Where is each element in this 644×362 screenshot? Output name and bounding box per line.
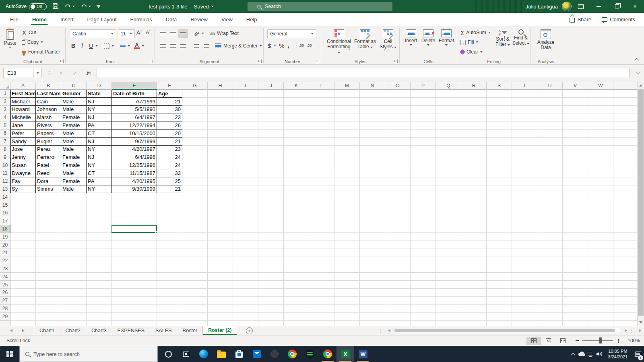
column-header-D[interactable]: D — [87, 82, 112, 90]
column-header-W[interactable]: W — [588, 82, 613, 90]
cell-V11[interactable] — [563, 169, 588, 177]
cell-N17[interactable] — [360, 217, 385, 225]
cell-R1[interactable] — [461, 90, 487, 98]
cell-L4[interactable] — [309, 113, 334, 121]
cell-C29[interactable] — [61, 313, 87, 321]
cell-B24[interactable] — [36, 273, 61, 281]
cell-J7[interactable] — [258, 138, 284, 146]
cell-C16[interactable] — [61, 209, 87, 217]
cell-C12[interactable]: Female — [61, 177, 87, 185]
cell-R12[interactable] — [461, 177, 487, 185]
cell-U2[interactable] — [537, 98, 563, 106]
cell-X29[interactable] — [613, 313, 637, 321]
cell-U25[interactable] — [537, 281, 563, 289]
cell-K26[interactable] — [284, 289, 309, 297]
cell-V28[interactable] — [563, 305, 588, 313]
align-middle-button[interactable] — [168, 29, 178, 38]
cell-V8[interactable] — [563, 146, 588, 154]
row-header-9[interactable]: 9 — [0, 153, 10, 161]
new-sheet-button[interactable]: + — [246, 327, 253, 334]
cell-P27[interactable] — [411, 297, 436, 305]
autosave-toggle[interactable]: AutoSave Off — [6, 3, 47, 10]
cell-V1[interactable] — [563, 90, 588, 98]
cell-P20[interactable] — [411, 241, 436, 249]
tray-expand-button[interactable] — [568, 346, 577, 362]
cell-Q14[interactable] — [436, 193, 461, 201]
cell-J26[interactable] — [258, 289, 284, 297]
cell-G21[interactable] — [182, 249, 208, 257]
cell-F22[interactable] — [157, 257, 182, 265]
autosum-caret[interactable] — [488, 32, 491, 33]
column-header-N[interactable]: N — [360, 82, 385, 90]
cell-G30[interactable] — [182, 321, 208, 326]
cell-X1[interactable] — [613, 90, 637, 98]
cell-I29[interactable] — [233, 313, 258, 321]
scroll-down-button[interactable] — [638, 319, 644, 325]
cell-Q3[interactable] — [436, 106, 461, 114]
cell-C27[interactable] — [61, 297, 87, 305]
cell-G11[interactable] — [182, 169, 208, 177]
cell-B28[interactable] — [36, 305, 61, 313]
cell-C7[interactable]: Male — [61, 138, 87, 146]
cell-K18[interactable] — [284, 225, 309, 233]
cell-H18[interactable] — [208, 225, 233, 233]
cell-D19[interactable] — [87, 233, 112, 241]
cell-M24[interactable] — [334, 273, 360, 281]
cell-S3[interactable] — [487, 106, 512, 114]
cell-A10[interactable]: Susan — [10, 161, 36, 169]
column-header-F[interactable]: F — [157, 82, 182, 90]
cell-Q29[interactable] — [436, 313, 461, 321]
row-header-29[interactable]: 29 — [0, 313, 10, 321]
cell-N26[interactable] — [360, 289, 385, 297]
cell-N15[interactable] — [360, 201, 385, 209]
cell-E1[interactable]: Date of Birth — [112, 90, 157, 98]
cell-U10[interactable] — [537, 161, 563, 169]
user-name[interactable]: Julio Lantigua — [526, 4, 558, 10]
cell-T12[interactable] — [512, 177, 537, 185]
bold-button[interactable]: B — [69, 41, 78, 50]
cell-R9[interactable] — [461, 153, 487, 161]
cell-V29[interactable] — [563, 313, 588, 321]
cell-P13[interactable] — [411, 185, 436, 193]
redo-button[interactable] — [80, 4, 91, 10]
cell-G16[interactable] — [182, 209, 208, 217]
cell-R8[interactable] — [461, 146, 487, 154]
cell-N7[interactable] — [360, 138, 385, 146]
cell-C23[interactable] — [61, 265, 87, 273]
cell-P2[interactable] — [411, 98, 436, 106]
cell-F17[interactable] — [157, 217, 182, 225]
save-button[interactable] — [52, 3, 59, 10]
row-header-25[interactable]: 25 — [0, 281, 10, 289]
scroll-left-button[interactable] — [386, 327, 392, 334]
cell-E16[interactable] — [112, 209, 157, 217]
cell-A6[interactable]: Peter — [10, 130, 36, 138]
row-header-22[interactable]: 22 — [0, 257, 10, 265]
cell-O14[interactable] — [385, 193, 411, 201]
column-header-P[interactable]: P — [411, 82, 436, 90]
cell-C10[interactable]: Female — [61, 161, 87, 169]
cell-A21[interactable] — [10, 249, 36, 257]
clipboard-dialog-launcher[interactable] — [60, 60, 64, 63]
cell-Q27[interactable] — [436, 297, 461, 305]
column-header-E[interactable]: E — [112, 82, 157, 90]
taskbar-item-word[interactable]: W — [354, 346, 372, 362]
page-layout-view-button[interactable] — [541, 337, 555, 345]
cell-E4[interactable]: 6/4/1997 — [112, 113, 157, 121]
autosave-pill[interactable]: Off — [29, 3, 47, 10]
cell-H3[interactable] — [208, 106, 233, 114]
taskbar-item-task-view[interactable] — [177, 346, 195, 362]
cell-H13[interactable] — [208, 185, 233, 193]
cell-H7[interactable] — [208, 138, 233, 146]
cell-H5[interactable] — [208, 121, 233, 130]
cell-B7[interactable]: Bugler — [36, 138, 61, 146]
doc-save-status[interactable]: Saved — [194, 4, 209, 10]
cell-D16[interactable] — [87, 209, 112, 217]
cell-X28[interactable] — [613, 305, 637, 313]
cell-Q22[interactable] — [436, 257, 461, 265]
cell-N3[interactable] — [360, 106, 385, 114]
cell-G13[interactable] — [182, 185, 208, 193]
cell-L29[interactable] — [309, 313, 334, 321]
cell-O16[interactable] — [385, 209, 411, 217]
cell-K1[interactable] — [284, 90, 309, 98]
cell-H20[interactable] — [208, 241, 233, 249]
